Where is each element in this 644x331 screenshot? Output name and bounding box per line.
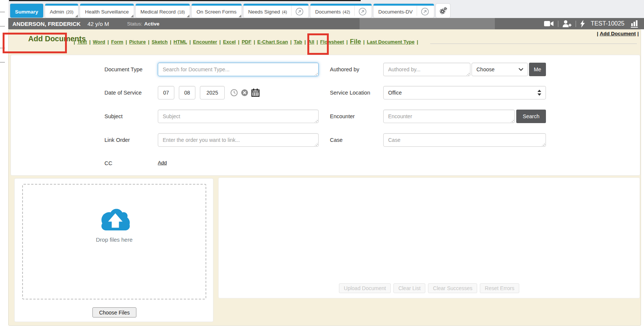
tab-on-screen-forms-label: On Screen Forms: [197, 7, 237, 15]
link-order-label: Link Order: [104, 137, 130, 143]
settings-gears-button[interactable]: [436, 4, 450, 18]
doc-link-pdf[interactable]: PDF: [242, 39, 251, 45]
patient-status-label: Status:: [127, 21, 142, 27]
doc-link-echart-scan[interactable]: E-Chart Scan: [257, 39, 288, 45]
tab-medical-record-count: (18): [177, 7, 185, 14]
separator: |: [417, 39, 418, 45]
document-type-input[interactable]: [158, 63, 319, 76]
dropdown-fold-icon: [187, 15, 189, 17]
authored-by-label: Authored by: [330, 66, 359, 72]
service-location-label: Service Location: [330, 90, 370, 96]
lightning-bolt-icon[interactable]: [580, 20, 585, 28]
tab-admin[interactable]: Admin (20): [45, 4, 79, 18]
link-order-input[interactable]: [158, 133, 319, 147]
choose-files-button[interactable]: Choose Files: [92, 307, 136, 317]
encounter-label: Encounter: [330, 113, 355, 119]
date-month-input[interactable]: [158, 86, 174, 99]
header-divider-line: [430, 44, 637, 44]
tab-needs-signed[interactable]: Needs Signed (4): [243, 4, 308, 18]
tab-summary[interactable]: Summary: [10, 4, 43, 18]
tab-needs-signed-count: (4): [282, 7, 287, 14]
document-form-card: Document Type Date of Service Subject Li…: [11, 55, 640, 176]
open-in-new-window-icon[interactable]: [417, 6, 429, 16]
document-type-label: Document Type: [104, 66, 142, 72]
patient-summary: ANDERSON, FREDERICK 42 y/o M Status: Act…: [8, 21, 159, 27]
case-input[interactable]: [383, 133, 546, 147]
patient-bar-actions: TEST-10025: [544, 18, 639, 29]
separator: |: [597, 31, 598, 36]
subject-input[interactable]: [158, 110, 319, 123]
upload-actions-row: Upload Document Clear List Clear Success…: [219, 283, 639, 293]
doc-link-last-document-type[interactable]: Last Document Type: [367, 39, 414, 45]
doc-link-word[interactable]: Word: [93, 39, 105, 45]
tab-health-surveillance[interactable]: Health Surveillance: [80, 4, 133, 18]
me-button[interactable]: Me: [529, 63, 546, 76]
video-camera-icon[interactable]: [544, 21, 554, 27]
case-field-wrap: [383, 133, 546, 147]
doc-link-file[interactable]: File: [350, 38, 361, 45]
date-year-input[interactable]: [200, 86, 225, 99]
reset-errors-button[interactable]: Reset Errors: [480, 283, 519, 293]
patient-status-value: Active: [144, 21, 160, 27]
file-list-card: Upload Document Clear List Clear Success…: [218, 178, 640, 298]
separator: |: [170, 39, 171, 45]
dropdown-fold-icon: [75, 15, 78, 17]
bar-chart-icon[interactable]: [631, 20, 639, 28]
tab-needs-signed-label: Needs Signed: [248, 7, 280, 15]
cloud-upload-icon: [95, 207, 133, 233]
drop-files-text: Drop files here: [96, 236, 133, 243]
dropdown-fold-icon: [239, 15, 241, 17]
doc-link-form[interactable]: Form: [111, 39, 124, 45]
gutter-tick: [0, 62, 5, 63]
open-in-new-window-icon[interactable]: [291, 6, 304, 16]
add-document-link[interactable]: Add Document: [600, 31, 636, 36]
service-location-select[interactable]: Office: [383, 86, 546, 99]
encounter-search-button[interactable]: Search: [516, 110, 546, 123]
tab-documents-dv[interactable]: Documents-DV: [373, 4, 434, 18]
clear-successes-button[interactable]: Clear Successes: [428, 283, 477, 293]
service-location-value: Office: [388, 90, 402, 96]
separator: |: [290, 39, 292, 45]
doc-link-encounter[interactable]: Encounter: [193, 39, 217, 45]
open-in-new-window-icon[interactable]: [354, 6, 367, 16]
separator: |: [304, 39, 306, 45]
tab-admin-label: Admin: [50, 7, 64, 15]
cc-add-link[interactable]: Add: [158, 160, 167, 166]
authored-by-input[interactable]: [383, 63, 470, 76]
doc-link-picture[interactable]: Picture: [129, 39, 146, 45]
separator: [558, 21, 558, 27]
tab-documents[interactable]: Documents (42): [310, 4, 372, 18]
upload-document-button[interactable]: Upload Document: [339, 283, 391, 293]
doc-link-sketch[interactable]: Sketch: [152, 39, 168, 45]
doc-link-tab[interactable]: Tab: [294, 39, 302, 45]
doc-link-html[interactable]: HTML: [174, 39, 187, 45]
patient-record-id: TEST-10025: [591, 20, 624, 27]
calendar-icon[interactable]: [251, 89, 260, 97]
ehr-add-documents-screen: Summary Admin (20) Health Surveillance M…: [0, 0, 644, 331]
encounter-input[interactable]: [383, 110, 515, 123]
date-of-service-label: Date of Service: [104, 90, 142, 96]
doc-link-excel[interactable]: Excel: [223, 39, 236, 45]
tab-on-screen-forms[interactable]: On Screen Forms: [192, 4, 242, 18]
tab-documents-label: Documents: [315, 7, 341, 15]
patient-header-bar: ANDERSON, FREDERICK 42 y/o M Status: Act…: [8, 18, 644, 29]
separator: |: [637, 31, 639, 36]
clear-list-button[interactable]: Clear List: [393, 283, 425, 293]
tab-documents-dv-label: Documents-DV: [378, 7, 413, 15]
clear-date-icon[interactable]: [241, 89, 248, 96]
authored-by-choose-select[interactable]: Choose: [472, 63, 528, 76]
add-person-icon[interactable]: [562, 20, 571, 27]
up-down-spinner-icon: [537, 90, 541, 96]
gutter-tick: [0, 12, 5, 12]
tab-medical-record-label: Medical Record: [141, 7, 176, 15]
date-day-input[interactable]: [179, 86, 195, 99]
tab-medical-record[interactable]: Medical Record (18): [136, 4, 190, 18]
drop-files-zone[interactable]: Drop files here: [22, 184, 206, 299]
tab-health-surveillance-label: Health Surveillance: [85, 7, 128, 15]
document-type-field-wrap: [158, 63, 319, 76]
clock-icon[interactable]: [230, 89, 238, 96]
separator: |: [238, 39, 239, 45]
doc-link-text[interactable]: Text: [77, 39, 87, 45]
separator: |: [363, 39, 365, 45]
encounter-field-wrap: [383, 110, 515, 123]
